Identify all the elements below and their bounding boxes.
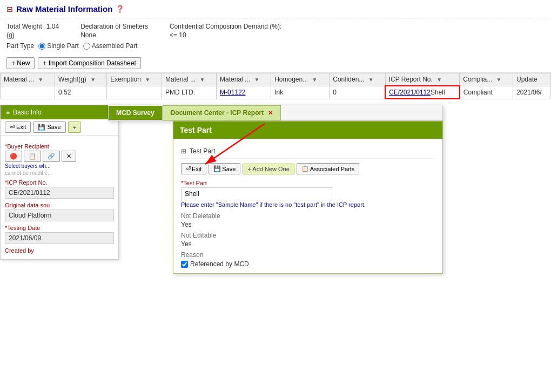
material-link[interactable]: M-01122 (220, 89, 245, 96)
col-icp: ICP Report No. ▼ (385, 73, 460, 86)
not-editable-label: Not Editable (181, 232, 435, 239)
icp-link[interactable]: CE/2021/0112 (389, 89, 431, 96)
page-title: Raw Material Information (16, 4, 112, 13)
main-toolbar: + New + Import Composition Datasheet (0, 54, 551, 73)
import-button[interactable]: + Import Composition Datasheet (38, 57, 140, 69)
icp-exit-button[interactable]: ⏎ Exit (181, 163, 206, 174)
overlay-area: ≡ Basic Info ⏎ Exit 💾 Save + *Buyer Reci… (0, 99, 551, 353)
left-panel-body: *Buyer Recipient 🔴 📋 🔗 ✕ Select buyers w… (1, 136, 118, 259)
col-homogen: Homogen... ▼ (271, 73, 330, 86)
basic-info-label: Basic Info (13, 109, 42, 116)
save-icon: 💾 (213, 165, 221, 172)
icp-save-button[interactable]: 💾 Save (209, 163, 240, 174)
referenced-label: Referenced by MCD (190, 260, 249, 268)
buyer-btn2[interactable]: 📋 (24, 151, 41, 162)
buyer-hint: Select buyers wh... (5, 163, 114, 169)
total-weight-label: Total Weight (6, 23, 42, 30)
associated-label: Associated Parts (310, 166, 355, 172)
icp-subtitle-row: ⊞ Test Part (181, 144, 435, 159)
info-row: Total Weight 1.04 (g) Declaration of Sme… (0, 18, 551, 41)
confidential-label: Confidential Composition Demand (%): (170, 23, 281, 30)
table-row: 0.52 PMD LTD. M-01122 Ink 0 CE/2021/0112… (1, 86, 551, 99)
material-table: Material ... ▼ Weight(g) ▼ Exemption ▼ M… (0, 73, 551, 99)
left-save-button[interactable]: 💾 Save (33, 121, 65, 133)
select-buyers-text: Select buyers wh... (5, 163, 50, 169)
exit-label: Exit (192, 166, 201, 172)
buyer-btn4[interactable]: ✕ (62, 151, 76, 162)
col-material2: Material ... ▼ (162, 73, 217, 86)
cell-material3: M-01122 (217, 86, 271, 99)
buyer-btn3[interactable]: 🔗 (43, 151, 60, 162)
exit-icon: ⏎ (186, 165, 191, 172)
original-data-value: Cloud Platform (5, 209, 114, 221)
assembled-part-option[interactable]: Assembled Part (83, 42, 138, 50)
icp-report-value: CE/2021/0112 (5, 187, 114, 199)
single-part-option[interactable]: Single Part (38, 42, 79, 50)
testing-date-label: *Testing Date (5, 225, 114, 231)
declaration-label: Declaration of Smelters (80, 23, 148, 30)
tab-icp-label: Document Center - ICP Report (171, 109, 264, 117)
left-exit-button[interactable]: ⏎ Exit (5, 121, 31, 133)
left-panel-toolbar: ⏎ Exit 💾 Save + (1, 119, 118, 136)
cell-compliance: Compliant (460, 86, 513, 99)
test-part-label: *Test Part (181, 180, 435, 186)
new-button[interactable]: + New (6, 57, 35, 69)
assembled-part-label: Assembled Part (92, 42, 138, 50)
col-exemption: Exemption ▼ (107, 73, 162, 86)
total-weight-group: Total Weight 1.04 (g) (6, 23, 59, 39)
grid-icon: ⊞ (181, 147, 186, 155)
raw-material-icon: ⊟ (6, 5, 13, 13)
cell-material1 (1, 86, 55, 99)
tab-close-icon[interactable]: ✕ (268, 110, 273, 116)
col-confiden: Confiden... ▼ (330, 73, 385, 86)
col-compliance: Complia... ▼ (460, 73, 513, 86)
cell-update: 2021/06/ (513, 86, 550, 99)
col-weight: Weight(g) ▼ (55, 73, 107, 86)
basic-info-icon: ≡ (6, 109, 10, 116)
icp-toolbar: ⏎ Exit 💾 Save + Add New One 📋 Associated… (181, 163, 435, 174)
cell-exemption (107, 86, 162, 99)
single-part-label: Single Part (47, 42, 79, 50)
left-add-button[interactable]: + (68, 121, 81, 133)
created-by-label: Created by (5, 247, 114, 254)
icp-associated-button[interactable]: 📋 Associated Parts (297, 163, 360, 174)
referenced-checkbox[interactable] (181, 261, 188, 268)
tab-mcd-survey[interactable]: MCD Survey (109, 106, 163, 120)
reason-label: Reason (181, 251, 435, 259)
cell-weight: 0.52 (55, 86, 107, 99)
left-panel-header: ≡ Basic Info (1, 105, 118, 119)
confidential-group: Confidential Composition Demand (%): <= … (170, 23, 281, 39)
tabs-bar: MCD Survey Document Center - ICP Report … (109, 105, 442, 120)
col-material1: Material ... ▼ (1, 73, 55, 86)
total-weight-unit: (g) (6, 31, 59, 39)
material-table-container: Material ... ▼ Weight(g) ▼ Exemption ▼ M… (0, 73, 551, 99)
icp-shell-tag: Shell (431, 89, 445, 96)
icp-panel: Test Part ⊞ Test Part ⏎ Exit 💾 Save + Ad… (173, 121, 443, 274)
icp-panel-body: ⊞ Test Part ⏎ Exit 💾 Save + Add New One … (173, 139, 442, 273)
icp-panel-header: Test Part (173, 121, 442, 139)
buyer-label: *Buyer Recipient (5, 143, 114, 150)
confidential-value: <= 10 (170, 31, 281, 39)
page-header: ⊟ Raw Material Information ❓ (0, 0, 551, 18)
mcd-panel: MCD Survey Document Center - ICP Report … (108, 105, 443, 121)
cell-material2: PMD LTD. (162, 86, 217, 99)
declaration-value: None (80, 31, 148, 39)
icp-panel-title: Test Part (180, 126, 212, 134)
original-data-label: Original data sou (5, 202, 114, 208)
save-label: Save (222, 166, 236, 172)
icp-add-button[interactable]: + Add New One (243, 164, 294, 174)
buyer-btn1[interactable]: 🔴 (5, 151, 22, 162)
tab-icp-report[interactable]: Document Center - ICP Report ✕ (163, 105, 281, 120)
test-part-input[interactable] (181, 187, 332, 200)
total-weight-value: 1.04 (46, 23, 59, 30)
help-icon[interactable]: ❓ (116, 5, 124, 13)
cell-confiden: 0 (330, 86, 385, 99)
left-panel: ≡ Basic Info ⏎ Exit 💾 Save + *Buyer Reci… (0, 105, 119, 260)
not-deletable-value: Yes (181, 221, 435, 228)
declaration-group: Declaration of Smelters None (80, 23, 148, 39)
reason-row: Referenced by MCD (181, 260, 435, 268)
part-type-row: Part Type Single Part Assembled Part (0, 41, 551, 54)
not-deletable-label: Not Deletable (181, 212, 435, 220)
cell-homogen: Ink (271, 86, 330, 99)
col-material3: Material ... ▼ (217, 73, 271, 86)
